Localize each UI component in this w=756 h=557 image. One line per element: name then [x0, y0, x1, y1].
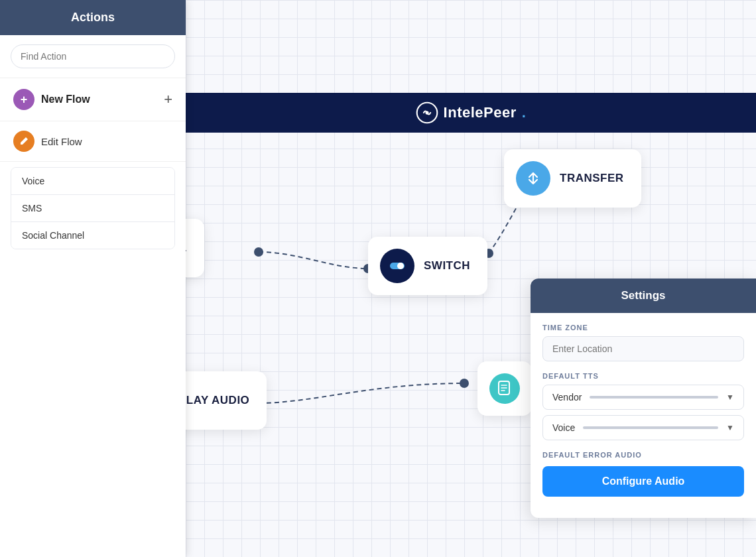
new-flow-label: New Flow [41, 93, 157, 105]
voice-label: Voice [552, 422, 575, 433]
edit-flow-label: Edit Flow [41, 136, 82, 147]
vendor-label: Vendor [552, 392, 582, 402]
sidebar-item-sms[interactable]: SMS [11, 195, 174, 222]
sidebar-search [0, 35, 186, 78]
switch-label: SWITCH [424, 259, 470, 273]
sidebar-header: Actions [0, 0, 186, 35]
partial-icon-circle [489, 373, 520, 404]
voice-select[interactable]: Voice ▼ [542, 415, 744, 440]
sidebar-item-social-channel[interactable]: Social Channel [11, 222, 174, 249]
sidebar: Actions + New Flow + Edit Flow Voice SMS… [0, 0, 186, 557]
transfer-icon-circle [516, 161, 550, 196]
configure-audio-button[interactable]: Configure Audio [542, 466, 744, 497]
edit-flow-row[interactable]: Edit Flow [0, 121, 186, 162]
voice-chevron-icon: ▼ [726, 423, 734, 432]
intelepeer-logo-icon [416, 101, 438, 124]
edit-flow-icon [13, 131, 34, 152]
timezone-input[interactable] [542, 336, 744, 361]
header-bar: IntelePeer. [186, 93, 756, 133]
header-logo-dot: . [522, 104, 527, 121]
vendor-chevron-icon: ▼ [726, 393, 734, 402]
transfer-icon [524, 169, 542, 188]
transfer-node[interactable]: TRANSFER [504, 149, 641, 208]
partial-node[interactable] [477, 361, 532, 416]
default-tts-label: DEFAULT TTS [542, 372, 744, 380]
switch-node[interactable]: SWITCH [368, 237, 487, 295]
sidebar-item-voice[interactable]: Voice [11, 168, 174, 195]
pencil-icon [19, 136, 29, 147]
settings-title: Settings [621, 289, 665, 302]
sidebar-menu: Voice SMS Social Channel [11, 167, 175, 249]
vendor-value-bar [590, 396, 718, 399]
header-logo-text: IntelePeer [444, 104, 517, 121]
new-flow-row[interactable]: + New Flow + [0, 78, 186, 121]
document-icon [496, 380, 513, 397]
transfer-label: TRANSFER [560, 172, 624, 185]
voice-value-bar [583, 426, 718, 429]
svg-point-10 [397, 263, 404, 269]
timezone-label: TIME ZONE [542, 324, 744, 332]
settings-body: TIME ZONE DEFAULT TTS Vendor ▼ Voice ▼ D… [531, 313, 756, 518]
settings-panel: Settings TIME ZONE DEFAULT TTS Vendor ▼ … [531, 278, 756, 518]
vendor-select[interactable]: Vendor ▼ [542, 385, 744, 410]
settings-header: Settings [531, 278, 756, 313]
svg-point-1 [425, 111, 428, 114]
new-flow-plus-btn[interactable]: + [164, 91, 172, 108]
switch-icon-circle [380, 249, 414, 283]
switch-icon [387, 256, 407, 276]
play-audio-label: PLAY AUDIO [178, 394, 249, 407]
default-error-audio-field: DEFAULT ERROR AUDIO Configure Audio [542, 451, 744, 497]
find-action-input[interactable] [11, 44, 175, 68]
sidebar-title: Actions [71, 11, 115, 24]
timezone-field: TIME ZONE [542, 324, 744, 361]
default-tts-field: DEFAULT TTS Vendor ▼ Voice ▼ [542, 372, 744, 440]
default-error-audio-label: DEFAULT ERROR AUDIO [542, 451, 744, 459]
new-flow-icon: + [13, 89, 34, 110]
header-logo: IntelePeer. [416, 101, 527, 124]
